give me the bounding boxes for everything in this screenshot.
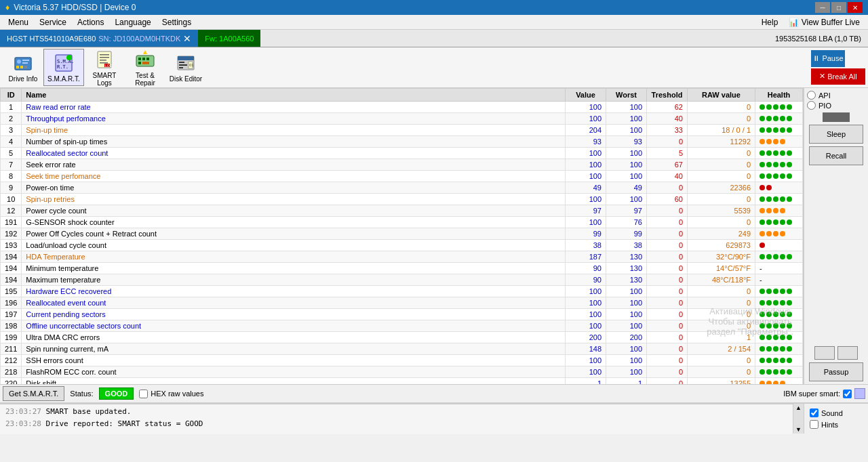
cell-raw: 0: [688, 148, 755, 159]
test-repair-icon: [134, 49, 156, 70]
passup-button[interactable]: Passup: [809, 362, 863, 381]
hints-checkbox[interactable]: [810, 420, 818, 429]
cell-name: Hardware ECC recovered: [22, 286, 566, 297]
smart-logs-button[interactable]: LOG SMART Logs: [84, 49, 125, 86]
cell-value: 204: [566, 125, 606, 136]
maximize-button[interactable]: □: [831, 2, 846, 13]
table-row: 197 Current pending sectors 100 100 0 0: [1, 309, 803, 320]
ibm-color-box: [854, 388, 865, 399]
cell-worst: 130: [606, 263, 647, 274]
small-btn-1[interactable]: [814, 346, 835, 360]
cell-value: 100: [566, 355, 606, 366]
svg-rect-18: [136, 56, 154, 66]
menu-menu[interactable]: Menu: [3, 16, 34, 28]
cell-worst: 100: [606, 320, 647, 332]
cell-raw: 14°C/57°F: [688, 263, 755, 274]
cell-health: [755, 251, 803, 263]
cell-thresh: 0: [647, 228, 688, 240]
table-row: 194 Minimum temperature 90 130 0 14°C/57…: [1, 263, 803, 274]
disk-editor-button[interactable]: 01 Disk Editor: [165, 49, 206, 86]
minimize-button[interactable]: ─: [815, 2, 830, 13]
cell-name: Reallocated sector count: [22, 148, 566, 159]
cell-raw: 13255: [688, 378, 755, 385]
cell-health: [755, 217, 803, 228]
cell-thresh: 0: [647, 378, 688, 385]
menu-settings[interactable]: Settings: [157, 16, 197, 28]
smart-button[interactable]: S.M.A. R.T. S.M.A.R.T.: [43, 49, 84, 86]
menu-service[interactable]: Service: [34, 16, 72, 28]
scroll-down-arrow[interactable]: ▼: [795, 426, 802, 433]
menu-view-buffer[interactable]: 📊 View Buffer Live: [783, 16, 865, 28]
cell-raw: 1: [688, 332, 755, 343]
cell-thresh: 0: [647, 343, 688, 355]
cell-worst: 38: [606, 240, 647, 251]
drive-info-button[interactable]: Drive Info: [3, 49, 43, 86]
cell-raw: 249: [688, 228, 755, 240]
cell-name: Spin-up time: [22, 125, 566, 136]
status-value: GOOD: [99, 387, 134, 400]
cell-name: Disk shift: [22, 378, 566, 385]
cell-id: 192: [1, 228, 22, 240]
cell-id: 196: [1, 297, 22, 309]
cell-name: Throughput perfomance: [22, 113, 566, 125]
cell-raw: 11292: [688, 136, 755, 148]
col-value: Value: [566, 89, 606, 102]
get-smart-button[interactable]: Get S.M.A.R.T.: [3, 386, 64, 401]
hex-checkbox[interactable]: [139, 390, 148, 398]
cell-name: Current pending sectors: [22, 309, 566, 320]
cell-health: [755, 297, 803, 309]
menu-actions[interactable]: Actions: [72, 16, 109, 28]
titlebar-title: ♦ Victoria 5.37 HDD/SSD | Device 0: [5, 3, 136, 12]
sleep-button[interactable]: Sleep: [809, 125, 863, 144]
cell-value: 100: [566, 286, 606, 297]
pause-button[interactable]: ⏸ Pause: [811, 50, 845, 67]
cell-value: 38: [566, 240, 606, 251]
api-radio[interactable]: API: [807, 91, 865, 100]
recall-button[interactable]: Recall: [809, 146, 863, 165]
menu-help[interactable]: Help: [756, 16, 784, 28]
table-row: 195 Hardware ECC recovered 100 100 0 0: [1, 286, 803, 297]
cell-id: 193: [1, 240, 22, 251]
cell-worst: 100: [606, 194, 647, 205]
svg-rect-27: [179, 62, 184, 63]
cell-name: Spin-up retries: [22, 194, 566, 205]
cell-id: 199: [1, 332, 22, 343]
cell-name: Offline uncorrectable sectors count: [22, 320, 566, 332]
sound-checkbox-group[interactable]: Sound: [810, 408, 863, 417]
small-btn-2[interactable]: [837, 346, 858, 360]
cell-value: 100: [566, 148, 606, 159]
titlebar-controls: ─ □ ✕: [815, 2, 863, 13]
cell-raw: 0: [688, 102, 755, 113]
smart-label: S.M.A.R.T.: [47, 75, 80, 83]
cell-worst: 200: [606, 332, 647, 343]
cell-health: [755, 343, 803, 355]
cell-raw: 0: [688, 366, 755, 378]
sound-checkbox[interactable]: [810, 408, 818, 417]
break-all-button[interactable]: ✕ Break All: [811, 68, 865, 85]
hints-checkbox-group[interactable]: Hints: [810, 420, 863, 429]
drive-tab[interactable]: HGST HTS541010A9E680 SN: JD100ADM0HTKDK …: [0, 30, 198, 47]
ibm-smart-checkbox[interactable]: [843, 390, 852, 398]
pio-radio[interactable]: PIO: [807, 101, 865, 110]
table-row: 5 Reallocated sector count 100 100 5 0: [1, 148, 803, 159]
menu-language[interactable]: Language: [109, 16, 156, 28]
cell-value: 100: [566, 297, 606, 309]
log-scrollbar[interactable]: ▲ ▼: [793, 404, 804, 434]
close-button[interactable]: ✕: [848, 2, 863, 13]
cell-health: [755, 182, 803, 194]
drive-tab-close[interactable]: ✕: [183, 34, 191, 43]
table-row: 198 Offline uncorrectable sectors count …: [1, 320, 803, 332]
cell-health: [755, 171, 803, 182]
cell-thresh: 0: [647, 263, 688, 274]
cell-thresh: 40: [647, 171, 688, 182]
cell-value: 100: [566, 320, 606, 332]
test-repair-button[interactable]: Test & Repair: [125, 49, 165, 86]
cell-id: 9: [1, 182, 22, 194]
svg-rect-14: [100, 60, 106, 61]
scroll-up-arrow[interactable]: ▲: [795, 404, 802, 411]
cell-worst: 93: [606, 136, 647, 148]
table-row: 1 Raw read error rate 100 100 62 0: [1, 102, 803, 113]
hex-checkbox-group[interactable]: HEX raw values: [139, 390, 203, 398]
table-row: 194 Maximum temperature 90 130 0 48°C/11…: [1, 274, 803, 286]
cell-id: 218: [1, 366, 22, 378]
